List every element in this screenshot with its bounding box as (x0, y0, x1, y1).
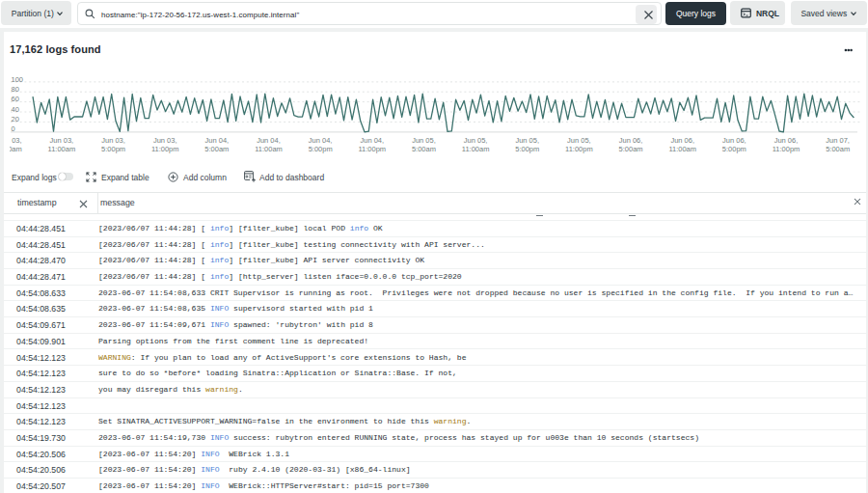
svg-text:5:00am: 5:00am (412, 145, 436, 153)
svg-text:Jun 05,: Jun 05, (567, 136, 591, 145)
svg-text:5:00am: 5:00am (619, 145, 643, 153)
svg-text:100: 100 (12, 75, 24, 84)
svg-text:5:00am: 5:00am (10, 145, 22, 153)
svg-text:Jun 06,: Jun 06, (619, 136, 643, 145)
svg-text:5:00am: 5:00am (826, 145, 850, 153)
svg-text:11:00am: 11:00am (668, 145, 696, 153)
svg-text:Jun 04,: Jun 04, (257, 136, 281, 145)
svg-text:Jun 05,: Jun 05, (412, 136, 436, 145)
svg-text:Jun 03,: Jun 03, (101, 136, 125, 145)
svg-text:60: 60 (12, 95, 19, 103)
svg-text:5:00pm: 5:00pm (101, 145, 125, 153)
svg-text:Jun 03,: Jun 03, (153, 136, 177, 145)
svg-text:0: 0 (12, 124, 15, 133)
svg-text:Jun 03,: Jun 03, (50, 136, 74, 145)
svg-text:Jun 05,: Jun 05, (464, 136, 488, 145)
svg-text:Jun 05,: Jun 05, (515, 136, 539, 145)
svg-text:11:00am: 11:00am (48, 145, 76, 153)
svg-text:5:00pm: 5:00pm (515, 145, 539, 153)
svg-text:Jun 07,: Jun 07, (826, 136, 850, 145)
svg-text:11:00pm: 11:00pm (358, 145, 386, 153)
svg-text:40: 40 (12, 105, 19, 114)
svg-text:5:00am: 5:00am (204, 145, 229, 153)
svg-text:Jun 06,: Jun 06, (722, 136, 746, 145)
svg-text:Jun 03,: Jun 03, (10, 136, 22, 145)
svg-text:80: 80 (12, 85, 19, 94)
svg-text:Jun 06,: Jun 06, (774, 136, 799, 145)
svg-text:11:00pm: 11:00pm (151, 145, 179, 153)
svg-text:Jun 06,: Jun 06, (670, 136, 694, 145)
svg-text:Jun 04,: Jun 04, (360, 136, 384, 145)
svg-text:Jun 04,: Jun 04, (309, 136, 333, 145)
svg-text:11:00pm: 11:00pm (565, 145, 593, 153)
svg-text:5:00pm: 5:00pm (309, 145, 333, 153)
svg-text:Jun 04,: Jun 04, (205, 136, 230, 145)
svg-text:20: 20 (12, 115, 19, 123)
svg-text:5:00pm: 5:00pm (722, 145, 746, 153)
svg-text:11:00am: 11:00am (255, 145, 283, 153)
svg-text:11:00pm: 11:00pm (773, 145, 800, 153)
svg-text:11:00am: 11:00am (462, 145, 490, 153)
